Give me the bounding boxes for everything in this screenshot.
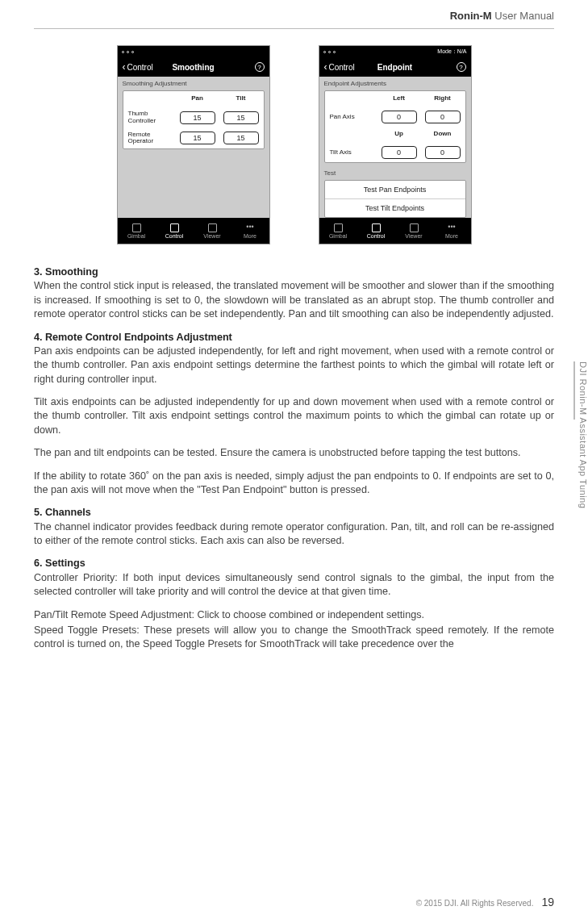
manual-body: 3. Smoothing When the control stick inpu… [34,265,554,652]
col-pan: Pan [180,94,215,102]
header-rule [34,28,554,29]
test-pan-button[interactable]: Test Pan Endpoints [325,181,465,198]
more-icon [448,223,457,232]
sec4-title: 4. Remote Control Endpoints Adjustment [34,332,232,343]
col-right: Right [425,94,461,102]
tilt-axis-label: Tilt Axis [330,149,372,157]
section-subheader: Smoothing Adjustment [118,77,269,90]
nav-control[interactable]: Control [156,218,194,244]
nav-more[interactable]: More [433,218,471,244]
test-header: Test [319,166,471,180]
nav-gimbal[interactable]: Gimbal [319,218,357,244]
pan-axis-label: Pan Axis [330,114,372,121]
nav-viewer[interactable]: Viewer [194,218,231,244]
sec6-p2: Pan/Tilt Remote Speed Adjustment: Click … [34,608,554,622]
control-icon [372,223,381,232]
sec5-title: 5. Channels [34,507,91,518]
col-left: Left [382,94,417,102]
screenshot-endpoint: Mode：N/A ‹ Control Endpoint ? Endpoint A… [319,45,472,244]
pan-left-value[interactable]: 0 [382,111,417,123]
pan-right-value[interactable]: 0 [425,111,461,123]
gimbal-icon [334,223,343,232]
col-down: Down [425,130,461,137]
side-tab-bar [573,361,575,420]
page-header: Ronin-M User Manual [34,10,554,22]
side-tab-label: DJI Ronin-M Assistant App Tuning [578,361,588,508]
sec4-p3: The pan and tilt endpoints can be tested… [34,446,554,460]
sec3-body: When the control stick input is released… [34,280,554,320]
bottom-nav: Gimbal Control Viewer More [118,218,269,244]
nav-gimbal[interactable]: Gimbal [118,218,156,244]
viewer-icon [208,223,217,232]
screenshot-smoothing: ‹ Control Smoothing ? Smoothing Adjustme… [117,45,270,244]
page-footer: © 2015 DJI. All Rights Reserved. 19 [416,896,554,908]
nav-viewer[interactable]: Viewer [395,218,433,244]
side-tab: DJI Ronin-M Assistant App Tuning [573,361,588,537]
sec5-body: The channel indicator provides feedback … [34,521,554,546]
remote-pan-value[interactable]: 15 [180,132,215,144]
status-bar [118,46,269,57]
section-subheader: Endpoint Adjustments [319,77,471,90]
remote-tilt-value[interactable]: 15 [223,132,259,144]
sec4-p2: Tilt axis endpoints can be adjusted inde… [34,395,554,437]
row-thumb-label: Thumb Controller [128,111,170,125]
viewer-icon [410,223,419,232]
more-icon [246,223,255,232]
nav-control[interactable]: Control [357,218,395,244]
sec6-p1: Controller Priority: If both input devic… [34,572,554,597]
status-bar: Mode：N/A [319,46,471,57]
bottom-nav: Gimbal Control Viewer More [319,218,471,244]
sec4-p4: If the ability to rotate 360˚ on the pan… [34,470,554,498]
mode-indicator: Mode：N/A [437,48,466,56]
brand: Ronin-M [450,10,492,22]
gimbal-icon [132,223,141,232]
col-tilt: Tilt [223,94,259,102]
row-remote-label: Remote Operator [128,132,170,146]
tilt-down-value[interactable]: 0 [425,146,461,159]
title-bar: ‹ Control Smoothing ? [118,57,269,77]
sec6-title: 6. Settings [34,558,85,569]
page-title: Smoothing [118,63,269,72]
test-tilt-button[interactable]: Test Tilt Endpoints [325,198,465,217]
sec3-title: 3. Smoothing [34,266,98,278]
sec6-p3: Speed Toggle Presets: These presets will… [34,624,554,652]
page-title: Endpoint [319,63,471,72]
thumb-pan-value[interactable]: 15 [180,111,215,124]
page-number: 19 [541,896,554,908]
sec4-p1: Pan axis endpoints can be adjusted indep… [34,345,554,385]
thumb-tilt-value[interactable]: 15 [223,111,259,124]
title-bar: ‹ Control Endpoint ? [319,57,471,77]
tilt-up-value[interactable]: 0 [382,146,417,159]
smoothing-panel: Pan Tilt Thumb Controller 15 15 Remote O… [123,90,265,149]
col-up: Up [382,130,417,137]
control-icon [170,223,179,232]
endpoint-panel: Left Right Pan Axis 0 0 Up Down [324,90,466,163]
test-panel: Test Pan Endpoints Test Tilt Endpoints [324,180,466,218]
doc-type: User Manual [494,10,554,22]
copyright: © 2015 DJI. All Rights Reserved. [416,899,534,908]
nav-more[interactable]: More [231,218,269,244]
